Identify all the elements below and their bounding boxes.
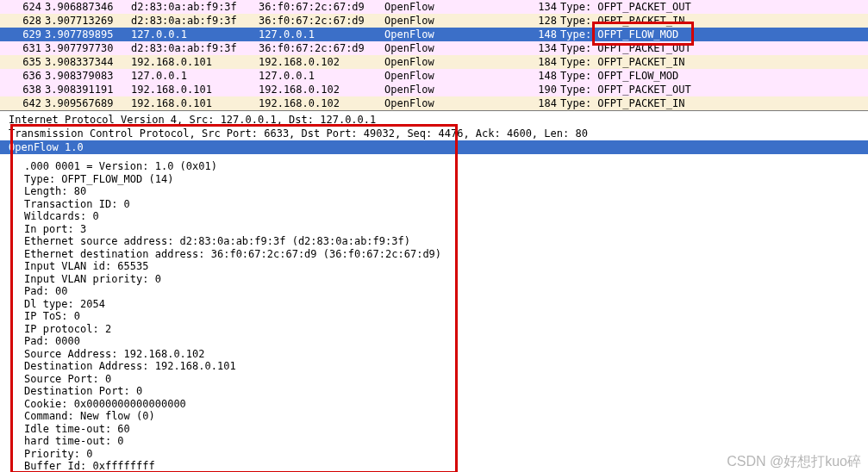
detail-line[interactable]: IP protocol: 2 [24,322,868,335]
packet-time: 3.906887346 [45,0,131,14]
packet-time: 3.908379083 [45,69,131,83]
packet-time: 3.908391191 [45,83,131,96]
packet-info: Type: OFPT_FLOW_MOD [560,69,868,83]
packet-dst: 192.168.0.102 [259,96,384,110]
proto-line-ip[interactable]: Internet Protocol Version 4, Src: 127.0.… [9,113,863,127]
packet-proto: OpenFlow [384,14,528,28]
packet-dst: 36:f0:67:2c:67:d9 [259,0,384,14]
packet-len: 184 [528,55,560,69]
detail-line[interactable]: Buffer Id: 0xffffffff [24,459,868,472]
packet-info: Type: OFPT_PACKET_IN [560,14,868,28]
detail-line[interactable]: Transaction ID: 0 [24,197,868,210]
packet-proto: OpenFlow [384,55,528,69]
packet-src: 127.0.0.1 [131,69,259,83]
packet-dst: 127.0.0.1 [259,69,384,83]
packet-dst: 36:f0:67:2c:67:d9 [259,41,384,55]
packet-time: 3.907797730 [45,41,131,55]
packet-proto: OpenFlow [384,0,528,14]
packet-info: Type: OFPT_PACKET_IN [560,96,868,110]
packet-proto: OpenFlow [384,41,528,55]
packet-dst: 127.0.0.1 [259,28,384,41]
detail-line[interactable]: Ethernet source address: d2:83:0a:ab:f9:… [24,234,868,247]
packet-info: Type: OFPT_PACKET_OUT [560,83,868,96]
packet-len: 184 [528,96,560,110]
packet-num: 642 [0,96,45,110]
detail-line[interactable]: Length: 80 [24,184,868,197]
packet-row[interactable]: 6353.908337344192.168.0.101192.168.0.102… [0,55,868,69]
packet-proto: OpenFlow [384,69,528,83]
packet-dst: 192.168.0.102 [259,83,384,96]
packet-src: 192.168.0.101 [131,96,259,110]
packet-row[interactable]: 6293.907789895127.0.0.1127.0.0.1OpenFlow… [0,28,868,41]
detail-line[interactable]: Priority: 0 [24,447,868,460]
packet-src: d2:83:0a:ab:f9:3f [131,14,259,28]
detail-line[interactable]: Pad: 00 [24,284,868,297]
detail-line[interactable]: Ethernet destination address: 36:f0:67:2… [24,247,868,260]
detail-line[interactable]: Dl type: 2054 [24,297,868,310]
packet-dst: 192.168.0.102 [259,55,384,69]
detail-line[interactable]: Source Port: 0 [24,372,868,385]
detail-line[interactable]: Idle time-out: 60 [24,422,868,435]
detail-line[interactable]: Input VLAN id: 65535 [24,259,868,272]
proto-line-tcp[interactable]: Transmission Control Protocol, Src Port:… [9,127,863,140]
packet-src: d2:83:0a:ab:f9:3f [131,0,259,14]
detail-line[interactable]: Destination Address: 192.168.0.101 [24,359,868,372]
packet-time: 3.908337344 [45,55,131,69]
packet-len: 128 [528,14,560,28]
detail-line[interactable]: Wildcards: 0 [24,209,868,222]
packet-row[interactable]: 6383.908391191192.168.0.101192.168.0.102… [0,83,868,96]
packet-num: 638 [0,83,45,96]
packet-proto: OpenFlow [384,28,528,41]
packet-len: 148 [528,69,560,83]
detail-line[interactable]: In port: 3 [24,222,868,235]
packet-info: Type: OFPT_PACKET_OUT [560,41,868,55]
packet-src: 192.168.0.101 [131,83,259,96]
packet-row[interactable]: 6423.909567689192.168.0.101192.168.0.102… [0,96,868,110]
packet-num: 628 [0,14,45,28]
packet-dst: 36:f0:67:2c:67:d9 [259,14,384,28]
detail-line[interactable]: Type: OFPT_FLOW_MOD (14) [24,172,868,185]
packet-row[interactable]: 6243.906887346d2:83:0a:ab:f9:3f36:f0:67:… [0,0,868,14]
packet-num: 624 [0,0,45,14]
packet-num: 635 [0,55,45,69]
proto-line-openflow[interactable]: OpenFlow 1.0 [0,140,868,154]
packet-proto: OpenFlow [384,83,528,96]
packet-info: Type: OFPT_PACKET_OUT [560,0,868,14]
packet-num: 629 [0,28,45,41]
packet-num: 636 [0,69,45,83]
packet-time: 3.907789895 [45,28,131,41]
packet-src: 192.168.0.101 [131,55,259,69]
packet-len: 190 [528,83,560,96]
packet-row[interactable]: 6363.908379083127.0.0.1127.0.0.1OpenFlow… [0,69,868,83]
packet-row[interactable]: 6283.907713269d2:83:0a:ab:f9:3f36:f0:67:… [0,14,868,28]
packet-info: Type: OFPT_PACKET_IN [560,55,868,69]
detail-line[interactable]: Source Address: 192.168.0.102 [24,347,868,360]
packet-len: 148 [528,28,560,41]
protocol-tree-pane[interactable]: Internet Protocol Version 4, Src: 127.0.… [0,110,868,140]
openflow-detail-pane[interactable]: .000 0001 = Version: 1.0 (0x01)Type: OFP… [0,154,868,472]
detail-line[interactable]: Destination Port: 0 [24,384,868,397]
packet-num: 631 [0,41,45,55]
packet-time: 3.909567689 [45,96,131,110]
packet-len: 134 [528,41,560,55]
packet-src: d2:83:0a:ab:f9:3f [131,41,259,55]
detail-line[interactable]: .000 0001 = Version: 1.0 (0x01) [24,159,868,172]
packet-list[interactable]: 6243.906887346d2:83:0a:ab:f9:3f36:f0:67:… [0,0,868,110]
packet-len: 134 [528,0,560,14]
detail-line[interactable]: hard time-out: 0 [24,434,868,447]
packet-src: 127.0.0.1 [131,28,259,41]
packet-info: Type: OFPT_FLOW_MOD [560,28,868,41]
detail-line[interactable]: IP ToS: 0 [24,309,868,322]
detail-line[interactable]: Pad: 0000 [24,334,868,347]
packet-row[interactable]: 6313.907797730d2:83:0a:ab:f9:3f36:f0:67:… [0,41,868,55]
detail-line[interactable]: Command: New flow (0) [24,409,868,422]
packet-time: 3.907713269 [45,14,131,28]
detail-line[interactable]: Cookie: 0x0000000000000000 [24,397,868,410]
packet-proto: OpenFlow [384,96,528,110]
detail-line[interactable]: Input VLAN priority: 0 [24,272,868,285]
